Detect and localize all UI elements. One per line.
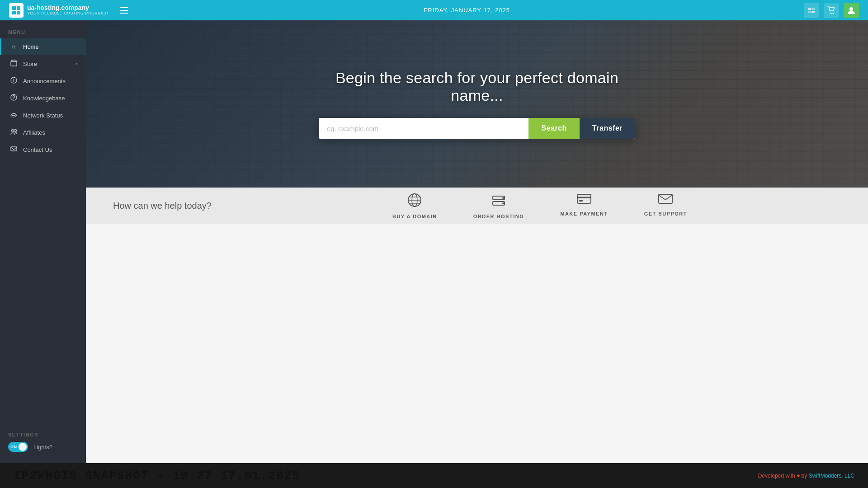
settings-section: SETTINGS ON Lights? — [0, 427, 86, 456]
language-button[interactable] — [804, 3, 819, 18]
affiliates-icon — [9, 128, 18, 136]
sidebar-item-network-status-label: Network Status — [23, 112, 63, 119]
logo-sub: YOUR RELIABLE HOSTING PROVIDER — [27, 11, 108, 16]
topbar-right — [804, 3, 859, 18]
svg-rect-31 — [579, 200, 583, 202]
cart-button[interactable] — [824, 3, 839, 18]
sidebar-item-network-status[interactable]: Network Status — [0, 107, 86, 124]
heart-icon: ♥ — [797, 473, 801, 479]
lights-toggle[interactable]: ON — [8, 442, 28, 452]
sidebar: MENU ⌂ Home Store › Announcements — [0, 20, 86, 463]
sidebar-item-announcements[interactable]: Announcements — [0, 72, 86, 89]
svg-rect-3 — [17, 11, 20, 14]
svg-rect-10 — [811, 11, 815, 13]
sidebar-item-affiliates-label: Affiliates — [23, 129, 45, 136]
knowledgebase-icon — [9, 94, 18, 102]
help-question: How can we help today? — [113, 201, 212, 211]
make-payment-action[interactable]: MAKE PAYMENT — [560, 192, 608, 219]
store-icon — [9, 60, 18, 68]
get-support-icon — [658, 192, 673, 208]
sidebar-item-home[interactable]: ⌂ Home — [0, 38, 86, 55]
get-support-action[interactable]: GET SUPPORT — [644, 192, 687, 219]
svg-rect-7 — [808, 8, 811, 10]
svg-point-18 — [14, 130, 16, 132]
svg-rect-14 — [11, 61, 17, 66]
svg-rect-4 — [120, 7, 128, 8]
svg-rect-9 — [808, 11, 811, 13]
topbar: ua-hosting.company YOUR RELIABLE HOSTING… — [0, 0, 868, 20]
get-support-label: GET SUPPORT — [644, 211, 687, 216]
svg-point-16 — [13, 117, 14, 118]
logo-text: ua-hosting.company YOUR RELIABLE HOSTING… — [27, 5, 108, 16]
toggle-on-label: ON — [10, 445, 17, 449]
svg-rect-5 — [120, 10, 128, 11]
user-button[interactable] — [844, 3, 859, 18]
credit-by: by — [802, 473, 807, 479]
main-layout: MENU ⌂ Home Store › Announcements — [0, 20, 868, 463]
sidebar-item-contact-us-label: Contact Us — [23, 146, 52, 153]
snapshot-bar: IP2WHOIS SNAPSHOT - 19:27 17.01.2025 Dev… — [0, 463, 868, 488]
toggle-row: ON Lights? — [8, 442, 78, 452]
order-hosting-icon — [491, 192, 506, 211]
sidebar-item-knowledgebase[interactable]: Knowledgebase — [0, 89, 86, 107]
settings-label: SETTINGS — [8, 432, 78, 437]
svg-point-27 — [502, 197, 504, 199]
buy-domain-action[interactable]: BUY A DOMAIN — [392, 192, 437, 219]
svg-rect-1 — [17, 6, 20, 10]
make-payment-label: MAKE PAYMENT — [560, 211, 608, 216]
snapshot-credit: Developed with ♥ by SwiftModders, LLC — [758, 473, 854, 479]
network-status-icon — [9, 111, 18, 119]
sidebar-item-announcements-label: Announcements — [23, 78, 66, 84]
svg-rect-19 — [11, 147, 17, 151]
order-hosting-label: ORDER HOSTING — [473, 214, 524, 219]
sidebar-item-contact-us[interactable]: Contact Us — [0, 141, 86, 158]
svg-rect-8 — [811, 8, 815, 10]
menu-label: MENU — [0, 27, 86, 38]
make-payment-icon — [576, 192, 592, 208]
home-icon: ⌂ — [9, 43, 18, 51]
lights-label: Lights? — [33, 444, 52, 450]
help-actions: BUY A DOMAIN ORDER HOSTING — [239, 192, 841, 219]
svg-point-28 — [502, 202, 504, 204]
svg-rect-0 — [12, 6, 16, 10]
sidebar-toggle-button[interactable] — [118, 5, 130, 16]
toggle-knob — [19, 443, 27, 451]
announcements-icon — [9, 77, 18, 85]
sidebar-divider — [0, 162, 86, 162]
transfer-button[interactable]: Transfer — [580, 118, 635, 139]
svg-rect-6 — [120, 13, 128, 14]
hero-title: Begin the search for your perfect domain… — [319, 69, 635, 104]
content-area: Begin the search for your perfect domain… — [86, 20, 868, 463]
store-arrow-icon: › — [76, 61, 78, 66]
snapshot-text: IP2WHOIS SNAPSHOT - 19:27 17.01.2025 — [14, 469, 300, 483]
order-hosting-action[interactable]: ORDER HOSTING — [473, 192, 524, 219]
sidebar-item-store-label: Store — [23, 61, 37, 67]
svg-rect-2 — [12, 11, 16, 14]
topbar-date: FRIDAY, JANUARY 17, 2025 — [424, 7, 510, 14]
sidebar-item-knowledgebase-label: Knowledgebase — [23, 95, 65, 102]
content-main — [86, 224, 868, 463]
search-button[interactable]: Search — [528, 118, 579, 139]
svg-point-13 — [849, 7, 853, 11]
sidebar-item-store[interactable]: Store › — [0, 55, 86, 72]
buy-domain-label: BUY A DOMAIN — [392, 214, 437, 219]
topbar-left: ua-hosting.company YOUR RELIABLE HOSTING… — [9, 3, 130, 18]
search-bar: Search Transfer — [319, 118, 635, 139]
svg-point-11 — [830, 13, 831, 14]
svg-rect-32 — [659, 194, 672, 203]
hero-content: Begin the search for your perfect domain… — [319, 69, 635, 139]
sidebar-item-affiliates[interactable]: Affiliates — [0, 124, 86, 141]
hero-section: Begin the search for your perfect domain… — [86, 20, 868, 188]
help-bar: How can we help today? BUY A DOMAIN — [86, 188, 868, 224]
sidebar-item-home-label: Home — [23, 43, 39, 50]
logo: ua-hosting.company YOUR RELIABLE HOSTING… — [9, 3, 108, 18]
svg-point-17 — [11, 130, 14, 132]
contact-us-icon — [9, 145, 18, 154]
svg-rect-29 — [577, 194, 591, 203]
buy-domain-icon — [407, 192, 422, 211]
svg-point-12 — [832, 13, 834, 14]
credit-prefix: Developed with — [758, 473, 795, 479]
domain-search-input[interactable] — [319, 118, 528, 139]
logo-icon — [9, 3, 24, 18]
credit-company-link[interactable]: SwiftModders, LLC — [809, 473, 854, 479]
